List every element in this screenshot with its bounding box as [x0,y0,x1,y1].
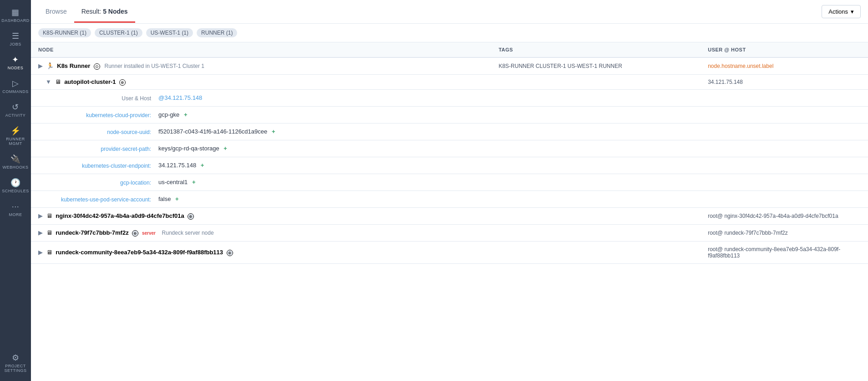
detail-inner: kubernetes-use-pod-service-account: fals… [31,191,868,207]
col-header-node: NODE [31,42,491,57]
commands-icon: ▷ [12,79,19,88]
detail-inner: gcp-location: us-central1 + [31,174,868,190]
host-cell: root@ rundeck-79f7c7bbb-7mf2z [700,225,868,242]
node-name[interactable]: K8s Runner [57,62,90,69]
sidebar-item-label: More [9,212,22,217]
runner-icon: ⚡ [10,127,21,135]
attr-label: kubernetes-use-pod-service-account: [58,196,158,203]
expand-arrow-icon[interactable]: ▶ [38,229,43,236]
table-row: ▼ 🖥 autopilot-cluster-1 ⊕ 34.121.75.148 [31,75,868,90]
sidebar-item-more[interactable]: ··· More [0,198,31,221]
expand-arrow-icon[interactable]: ▶ [38,249,43,256]
filter-tag-cluster-1[interactable]: CLUSTER-1 (1) [95,28,142,37]
detail-row: gcp-location: us-central1 + [31,174,868,191]
expand-arrow-icon[interactable]: ▶ [38,212,43,219]
attr-value: us-central1 + [158,179,196,185]
attr-value: false + [158,196,179,202]
sidebar-item-project-settings[interactable]: ⚙ ProjectSettings [0,349,31,377]
settings-icon: ⚙ [12,354,20,362]
table-row: ▶ 🖥 rundeck-79f7c7bbb-7mf2z ⊕ server Run… [31,225,868,242]
result-count: 5 Nodes [103,8,127,15]
detail-inner: node-source-uuid: f5201387-c043-41f6-a14… [31,124,868,140]
attr-label: provider-secret-path: [58,145,158,152]
server-node-description: Rundeck server node [162,230,214,236]
host-cell: 34.121.75.148 [700,75,868,90]
attr-value-text: us-central1 [158,179,188,185]
detail-row: provider-secret-path: keys/gcp-rd-qa-sto… [31,140,868,157]
activity-icon: ↺ [12,103,19,111]
tab-result[interactable]: Result: 5 Nodes [74,1,135,23]
attr-value-text: gcp-gke [158,111,179,118]
tab-browse[interactable]: Browse [38,1,74,23]
server-icon: 🖥 [46,249,52,256]
nodes-table: NODE TAGS USER @ HOST ▶ 🏃 K8s Runner ⊙ R… [31,42,868,264]
host-cell[interactable]: node.hostname.unset.label [700,57,868,75]
table-row: ▶ 🖥 nginx-30f4dc42-957a-4b4a-a0d9-d4cfe7… [31,208,868,225]
collapse-arrow-icon[interactable]: ▼ [46,78,51,85]
sidebar-item-jobs[interactable]: ☰ Jobs [0,27,31,51]
node-name[interactable]: rundeck-community-8eea7eb9-5a34-432a-809… [56,249,223,256]
add-attribute-icon[interactable]: + [272,128,275,135]
node-description: Runner installed in US-WEST-1 Cluster 1 [104,63,204,69]
actions-button[interactable]: Actions ▾ [822,5,861,18]
sidebar-item-commands[interactable]: ▷ Commands [0,75,31,98]
table-row: ▶ 🖥 rundeck-community-8eea7eb9-5a34-432a… [31,242,868,264]
filter-tag-us-west-1[interactable]: US-WEST-1 (1) [146,28,193,37]
dashboard-icon: ▦ [11,8,20,16]
attr-value-text: f5201387-c043-41f6-a146-1126cd1a9cee [158,128,267,135]
header: Browse Result: 5 Nodes Actions ▾ [31,0,868,24]
sidebar-item-dashboard[interactable]: ▦ Dashboard [0,4,31,27]
runner-icon: 🏃 [46,62,54,69]
server-icon: 🖥 [46,229,52,236]
user-host-value[interactable]: @34.121.75.148 [158,94,202,101]
node-name[interactable]: rundeck-79f7c7bbb-7mf2z [56,229,128,236]
filter-tag-k8s-runner[interactable]: K8S-RUNNER (1) [38,28,91,37]
sidebar-item-label: Dashboard [1,18,30,23]
add-attribute-icon[interactable]: + [201,162,204,169]
external-icon: ⊕ [227,250,233,256]
sidebar-item-label: RunnerMgmt [6,137,25,146]
sidebar-item-webhooks[interactable]: 🔌 Webhooks [0,150,31,174]
add-attribute-icon[interactable]: + [192,179,196,185]
tags-cell [491,242,700,264]
external-icon: ⊕ [132,230,138,237]
sidebar-item-activity[interactable]: ↺ Activity [0,98,31,122]
tags-cell [491,75,700,90]
node-cell: ▶ 🖥 rundeck-79f7c7bbb-7mf2z ⊕ server Run… [31,225,491,242]
detail-cell: provider-secret-path: keys/gcp-rd-qa-sto… [31,140,868,157]
sidebar-item-nodes[interactable]: ✦ Nodes [0,51,31,75]
detail-cell: kubernetes-cloud-provider: gcp-gke + [31,107,868,124]
host-cell: root@ nginx-30f4dc42-957a-4b4a-a0d9-d4cf… [700,208,868,225]
sidebar-item-label: Webhooks [2,165,28,170]
nodes-icon: ✦ [12,56,19,64]
add-attribute-icon[interactable]: + [175,196,179,202]
detail-cell: User & Host @34.121.75.148 [31,90,868,107]
add-attribute-icon[interactable]: + [223,145,227,152]
node-name[interactable]: autopilot-cluster-1 [64,78,116,85]
filter-tag-runner[interactable]: RUNNER (1) [197,28,237,37]
attr-value: 34.121.75.148 + [158,162,204,169]
sidebar-item-runner-management[interactable]: ⚡ RunnerMgmt [0,122,31,150]
attr-label: node-source-uuid: [58,128,158,135]
table-header-row: NODE TAGS USER @ HOST [31,42,868,57]
sidebar-item-label: Schedules [2,189,29,193]
node-cell: ▼ 🖥 autopilot-cluster-1 ⊕ [31,75,491,90]
server-icon: 🖥 [46,212,52,219]
detail-cell: gcp-location: us-central1 + [31,174,868,191]
main-content: Browse Result: 5 Nodes Actions ▾ K8S-RUN… [31,0,868,381]
col-header-host: USER @ HOST [700,42,868,57]
expand-arrow-icon[interactable]: ▶ [38,62,43,69]
server-icon: 🖥 [55,78,61,85]
webhooks-icon: 🔌 [10,155,21,163]
user-host-label: User & Host [58,94,158,102]
sidebar-item-label: Jobs [10,42,21,46]
detail-row: User & Host @34.121.75.148 [31,90,868,107]
attr-value-text: false [158,196,171,202]
add-attribute-icon[interactable]: + [184,111,188,118]
table-row: ▶ 🏃 K8s Runner ⊙ Runner installed in US-… [31,57,868,75]
node-name[interactable]: nginx-30f4dc42-957a-4b4a-a0d9-d4cfe7bcf0… [56,212,184,219]
more-icon: ··· [12,202,20,211]
sidebar-item-schedules[interactable]: 🕐 Schedules [0,174,31,198]
chevron-down-icon: ▾ [851,8,854,15]
node-cell: ▶ 🖥 rundeck-community-8eea7eb9-5a34-432a… [31,242,491,264]
